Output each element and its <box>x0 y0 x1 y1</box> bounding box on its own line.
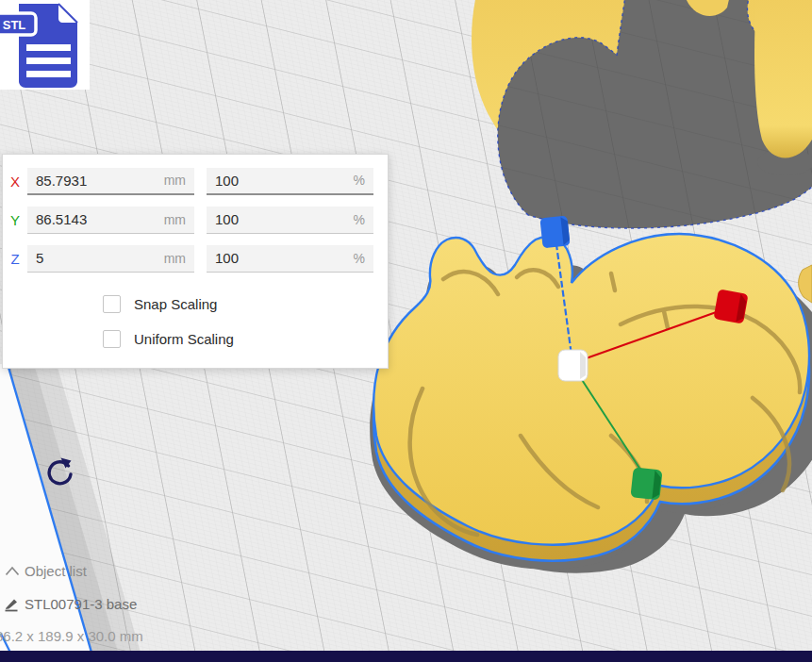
reset-scale-button[interactable] <box>42 455 76 490</box>
scale-y-percent-unit: % <box>354 212 365 227</box>
bottom-bar <box>0 651 812 662</box>
object-name: STL00791-3 base <box>25 596 137 612</box>
scale-z-mm-unit: mm <box>164 251 186 266</box>
scale-y-percent-field[interactable]: 100 % <box>207 207 373 234</box>
axis-y-label: Y <box>3 212 27 228</box>
scale-z-percent-unit: % <box>354 251 365 266</box>
uniform-scaling-label: Uniform Scaling <box>134 331 234 347</box>
scale-z-percent-value: 100 <box>215 250 239 266</box>
scale-y-percent-value: 100 <box>215 211 239 227</box>
scale-x-percent-field[interactable]: 100 % <box>207 168 373 195</box>
scale-y-mm-unit: mm <box>164 212 186 227</box>
stl-file-icon: STL <box>0 0 90 90</box>
object-list-label: Object list <box>25 563 87 579</box>
object-list-item[interactable]: STL00791-3 base <box>0 594 137 613</box>
gizmo-z-handle[interactable] <box>539 216 570 249</box>
gizmo-y-handle[interactable] <box>630 467 662 500</box>
gizmo-x-handle[interactable] <box>713 289 748 323</box>
scale-z-mm-value: 5 <box>36 250 43 266</box>
scale-x-percent-unit: % <box>354 173 365 188</box>
scale-y-mm-field[interactable]: 86.5143 mm <box>27 207 194 234</box>
axis-z-label: Z <box>3 251 27 267</box>
chevron-up-icon <box>5 566 20 576</box>
object-dimensions: 86.2 x 189.9 x 30.0 mm <box>0 628 143 644</box>
scale-y-mm-value: 86.5143 <box>36 211 87 227</box>
scale-tool-panel: X 85.7931 mm 100 % Y 86.5143 mm 100 % Z … <box>2 154 389 369</box>
edit-pencil-icon <box>4 595 21 612</box>
scale-x-mm-field[interactable]: 85.7931 mm <box>27 168 194 195</box>
snap-scaling-label: Snap Scaling <box>134 296 217 312</box>
scale-z-mm-field[interactable]: 5 mm <box>27 245 194 273</box>
object-list-toggle[interactable]: Object list <box>0 561 87 580</box>
gizmo-center-handle[interactable] <box>558 350 588 381</box>
model-cookie-cutter-top[interactable] <box>472 0 812 228</box>
axis-x-label: X <box>3 174 27 190</box>
scale-z-percent-field[interactable]: 100 % <box>207 245 373 273</box>
snap-scaling-checkbox[interactable] <box>103 295 121 313</box>
scale-x-mm-unit: mm <box>164 173 186 188</box>
scale-x-percent-value: 100 <box>215 173 239 189</box>
uniform-scaling-checkbox[interactable] <box>103 330 121 348</box>
reset-icon <box>42 455 76 490</box>
scale-x-mm-value: 85.7931 <box>36 173 87 189</box>
stl-badge-text: STL <box>3 18 26 32</box>
